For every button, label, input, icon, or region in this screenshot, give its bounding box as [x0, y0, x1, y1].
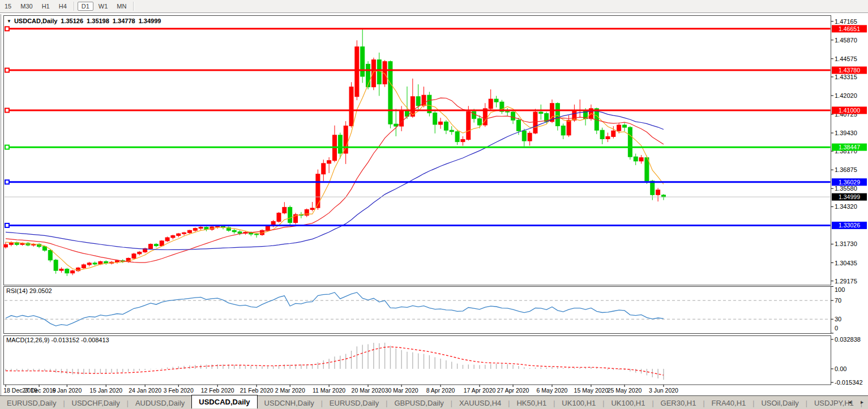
svg-text:3 Jun 2020: 3 Jun 2020: [649, 387, 678, 394]
svg-text:6 May 2020: 6 May 2020: [537, 387, 568, 394]
chart-window: ▼USDCAD,Daily1.351261.351981.347781.3499…: [0, 13, 868, 396]
svg-text:1.36875: 1.36875: [835, 166, 857, 173]
timeframe-button-w1[interactable]: W1: [95, 2, 112, 11]
svg-text:-0.015342: -0.015342: [835, 379, 863, 386]
tab-usdchf-daily[interactable]: USDCHF,Daily: [65, 397, 127, 409]
ohlc-low: 1.34778: [113, 18, 135, 24]
svg-text:1.46651: 1.46651: [839, 25, 860, 32]
svg-text:1.33026: 1.33026: [839, 222, 860, 229]
scroll-tabs-left-icon[interactable]: ◂: [848, 399, 851, 405]
svg-text:17 Apr 2020: 17 Apr 2020: [464, 387, 496, 394]
rsi-line: [6, 292, 664, 326]
moving-average-lines: [6, 71, 664, 270]
svg-text:24 Jan 2020: 24 Jan 2020: [129, 387, 161, 394]
svg-text:20 Mar 2020: 20 Mar 2020: [352, 387, 385, 394]
tab-usoil-daily[interactable]: USOil,Daily: [754, 397, 805, 409]
price-axis: 1.471651.458701.445751.433151.420201.407…: [831, 18, 867, 386]
chart-title: ▼USDCAD,Daily1.351261.351981.347781.3499…: [7, 18, 164, 24]
timeframe-button-mn[interactable]: MN: [113, 2, 130, 11]
tab-hk50-h1[interactable]: HK50,H1: [510, 397, 553, 409]
timeframe-button-h4[interactable]: H4: [55, 2, 71, 11]
tab-strip: EURUSD,Daily|USDCHF,Daily|AUDUSD,DailyUS…: [0, 398, 868, 407]
svg-text:1.36029: 1.36029: [839, 179, 860, 186]
svg-text:1.44575: 1.44575: [835, 55, 857, 62]
ma-5-line: [6, 71, 664, 270]
svg-text:1.43780: 1.43780: [839, 67, 860, 74]
svg-text:3 Feb 2020: 3 Feb 2020: [164, 387, 194, 394]
rsi-indicator-label: RSI(14) 29.0502: [6, 287, 52, 294]
timeframe-button-m30[interactable]: M30: [16, 2, 36, 11]
tab-audusd-daily[interactable]: AUDUSD,Daily: [129, 397, 191, 409]
timeframe-button-h1[interactable]: H1: [38, 2, 54, 11]
tab-ger30-h1[interactable]: GER30,H1: [654, 397, 703, 409]
symbol-dropdown-icon[interactable]: ▼: [7, 19, 11, 24]
tab-uk100-h1[interactable]: UK100,H1: [604, 397, 652, 409]
svg-text:1.47165: 1.47165: [835, 18, 857, 25]
svg-text:1.29175: 1.29175: [835, 278, 857, 285]
svg-text:0.032838: 0.032838: [835, 336, 861, 343]
svg-text:1.38447: 1.38447: [839, 144, 860, 150]
symbol-tab-bar: EURUSD,Daily|USDCHF,Daily|AUDUSD,DailyUS…: [0, 395, 868, 409]
svg-text:1.41000: 1.41000: [839, 107, 860, 114]
svg-text:1.42020: 1.42020: [835, 92, 857, 99]
svg-text:1.35580: 1.35580: [835, 185, 857, 192]
tab-fra40-h1[interactable]: FRA40,H1: [705, 397, 753, 409]
timeframe-toolbar: 15M30H1H4D1W1MN: [0, 0, 868, 13]
svg-text:30: 30: [835, 316, 841, 322]
svg-text:15 May 2020: 15 May 2020: [574, 387, 609, 394]
svg-text:1.34999: 1.34999: [839, 193, 860, 200]
toolbar-divider: [133, 2, 134, 11]
svg-text:12 Feb 2020: 12 Feb 2020: [201, 387, 234, 394]
tab-xauusd-h4[interactable]: XAUUSD,H4: [452, 397, 508, 409]
chart-symbol: USDCAD,Daily: [14, 18, 57, 24]
tab-usdcnh-daily[interactable]: USDCNH,Daily: [258, 397, 321, 409]
svg-text:8 Apr 2020: 8 Apr 2020: [426, 387, 455, 394]
svg-text:6 Jan 2020: 6 Jan 2020: [52, 387, 82, 394]
price-chart-canvas[interactable]: 1.471651.458701.445751.433151.420201.407…: [0, 14, 868, 396]
panel-borders: [1, 14, 831, 395]
svg-text:2 Mar 2020: 2 Mar 2020: [275, 387, 305, 394]
macd-panel: [6, 343, 664, 380]
tab-eurusd-daily[interactable]: EURUSD,Daily: [323, 397, 386, 409]
tab-gbpusd-daily[interactable]: GBPUSD,Daily: [387, 397, 450, 409]
candles-layer: [4, 28, 666, 276]
tab-usdcad-daily[interactable]: USDCAD,Daily: [191, 395, 257, 408]
svg-text:15 Jan 2020: 15 Jan 2020: [89, 387, 122, 394]
timeframe-button-d1[interactable]: D1: [78, 2, 93, 11]
ohlc-high: 1.35198: [87, 18, 109, 24]
svg-text:27 Apr 2020: 27 Apr 2020: [497, 387, 529, 394]
scroll-tabs-right-icon[interactable]: ▸: [861, 399, 863, 405]
svg-text:11 Mar 2020: 11 Mar 2020: [313, 387, 345, 394]
tab-scroll-arrows: ◂ ▸: [840, 399, 863, 405]
trading-terminal-window: 15M30H1H4D1W1MN ▼USDCAD,Daily1.351261.35…: [0, 0, 868, 409]
toolbar-divider: [74, 2, 75, 11]
svg-text:21 Feb 2020: 21 Feb 2020: [240, 387, 273, 394]
rsi-panel: [5, 292, 831, 326]
svg-text:25 May 2020: 25 May 2020: [608, 387, 642, 394]
svg-text:1.31730: 1.31730: [835, 240, 857, 247]
ma-18-line: [6, 98, 664, 262]
svg-text:0: 0: [835, 325, 838, 331]
svg-text:1.39430: 1.39430: [835, 130, 857, 136]
time-axis: 18 Dec 201927 Dec 20196 Jan 202015 Jan 2…: [3, 385, 678, 394]
timeframe-button-15[interactable]: 15: [1, 2, 15, 11]
macd-signal-line: [6, 347, 664, 375]
macd-indicator-label: MACD(12,26,9) -0.013152 -0.008413: [6, 337, 109, 343]
ohlc-close: 1.34999: [139, 18, 161, 24]
svg-text:30 Mar 2020: 30 Mar 2020: [385, 387, 418, 394]
svg-text:1.45870: 1.45870: [835, 37, 857, 44]
svg-text:70: 70: [835, 297, 841, 304]
svg-text:1.34320: 1.34320: [835, 203, 857, 210]
support-resistance-lines[interactable]: [5, 27, 831, 227]
svg-text:1.43315: 1.43315: [835, 74, 857, 80]
svg-text:0.00: 0.00: [835, 365, 846, 372]
svg-text:27 Dec 2019: 27 Dec 2019: [22, 387, 56, 394]
tab-eurusd-daily[interactable]: EURUSD,Daily: [0, 397, 63, 409]
tab-uk100-h1[interactable]: UK100,H1: [555, 397, 602, 409]
svg-text:1.30435: 1.30435: [835, 260, 857, 266]
svg-text:100: 100: [835, 286, 845, 293]
ohlc-open: 1.35126: [61, 18, 83, 24]
